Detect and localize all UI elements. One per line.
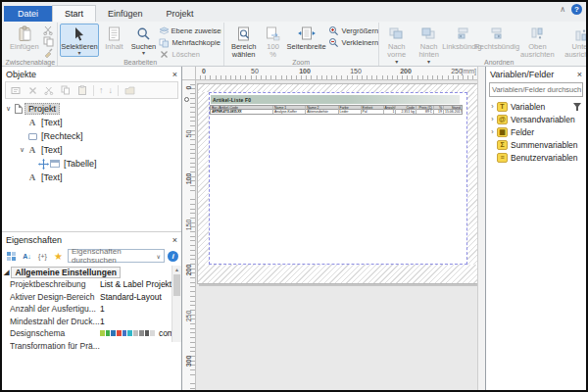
combo-caret-icon[interactable]: ∨ [157,253,161,260]
canvas-vertical-scrollbar[interactable] [477,67,485,390]
sum-variables-icon: Σ [497,140,508,150]
align-left-icon [455,25,469,42]
multicopy-button[interactable]: Mehrfachkopie [159,37,221,48]
property-grid: ◢ Allgemeine Einstellungen Projektbeschr… [2,266,181,352]
multicopy-icon [159,38,171,48]
content-button[interactable]: Inhalt [99,24,128,53]
variables-panel: Variablen/Felder × Variablen/Felder durc… [485,67,586,390]
tree-item-text[interactable]: A [Text] [4,116,179,129]
expression-icon[interactable]: {+} [36,250,49,263]
paste-button[interactable]: Einfügen [6,24,43,53]
group-icon[interactable] [123,85,135,95]
tree-item-summenvariablen[interactable]: Σ Summenvariablen [488,138,584,151]
tree-item-tabelle[interactable]: [Tabelle] [4,157,179,171]
tree-item-projekt[interactable]: ∨ Projekt [4,102,179,116]
group-bearbeiten: Selektieren ▾ Inhalt Suchen ▾ [58,23,224,66]
help-icon[interactable]: ? [571,4,582,15]
tree-item-text2[interactable]: ∨ A [Text] [4,143,179,157]
chevron-down-icon: ▾ [142,51,145,55]
zoom-100-button[interactable]: 100 % [262,24,285,62]
horizontal-ruler: 0 50 100 150 200 250 [mm] [196,67,477,80]
combo-caret-icon[interactable]: ∨ [581,86,583,93]
align-right-button[interactable]: Rechtsbündig [478,24,515,53]
project-icon [13,104,24,115]
group-label-bearbeiten: Bearbeiten [58,59,223,66]
search-button[interactable]: Suchen ▾ [128,24,158,57]
copy-icon[interactable] [60,85,72,95]
document-icon [108,25,121,42]
ruler-unit-label: [mm] [461,68,476,74]
align-bottom-icon [575,25,588,42]
prop-row-transformation[interactable]: Transformation für Prä... [2,340,181,353]
scroll-up-icon[interactable]: ▴ [175,267,178,272]
expander-icon[interactable]: ∨ [4,105,13,113]
info-icon[interactable]: i [168,251,178,262]
zoom-region-button[interactable]: Bereich wählen [226,24,262,62]
group-label-anordnen: Anordnen [379,59,588,66]
align-bottom-button[interactable]: Unten ausrichten [560,24,588,62]
sort-az-icon[interactable]: A↓ [21,250,33,263]
align-left-button[interactable]: Linksbündig [445,24,478,53]
cut-icon[interactable] [43,85,55,95]
zoom-out-button[interactable]: Verkleinern [328,37,379,48]
page-width-button[interactable]: Seitenbreite [285,24,328,53]
select-button[interactable]: Selektieren ▾ [60,24,100,57]
ribbon-tab-row: Datei Start Einfügen Projekt ∧ ? [2,2,586,22]
tree-item-text3[interactable]: A [Text] [4,171,179,184]
table-object-icon [49,159,61,170]
expander-icon[interactable]: ∨ [18,146,26,154]
tree-item-variablen[interactable]: › T Variablen [488,100,584,113]
prop-row-design-bereich[interactable]: Aktiver Design-BereichStandard-Layout [2,291,181,304]
fields-icon: ▦ [497,127,508,137]
ribbon-collapse-icon[interactable]: ∧ [560,5,565,14]
cut-icon[interactable] [43,25,55,35]
prop-row-designschema[interactable]: Designschema com... [2,327,181,340]
categorized-view-icon[interactable] [5,250,18,263]
copy-icon[interactable] [43,36,55,46]
align-top-button[interactable]: Oben ausrichten [515,24,560,62]
close-icon[interactable]: × [172,235,177,245]
tree-item-versandvariablen[interactable]: › @ Versandvariablen [488,113,584,125]
format-painter-icon[interactable] [43,47,55,57]
close-icon[interactable]: × [577,70,582,79]
report-table-object[interactable]: Bar-/Artikel-CodeName 1Name 2FarbeEinhei… [210,105,463,115]
tab-start[interactable]: Start [52,5,96,22]
prop-row-projektbeschreibung[interactable]: ProjektbeschreibungList & Label Projektd… [2,278,181,291]
report-title-object[interactable]: Artikel-Liste F0 [211,95,460,104]
move-down-icon[interactable]: ↓ [109,85,114,95]
variables-search-input[interactable]: Variablen/Felder durchsuch ∨ [489,82,583,97]
tree-item-benutzervariablen[interactable]: ≡ Benutzervariablen [488,151,584,164]
align-top-icon [531,25,544,42]
variables-icon: T [497,102,508,112]
tree-item-felder[interactable]: › ▦ Felder [488,125,584,138]
text-object-icon: A [26,118,38,128]
rename-icon[interactable] [10,85,22,95]
section-allgemeine-einstellungen[interactable]: ◢ Allgemeine Einstellungen [2,266,181,278]
properties-search-input[interactable]: Eigenschaften durchsuchen ∨ [68,249,165,263]
filter-funnel-icon[interactable] [572,102,582,112]
tab-datei[interactable]: Datei [4,6,52,22]
shipping-variables-icon: @ [497,115,508,124]
designschema-swatches: com... [100,328,181,338]
favorites-star-icon[interactable]: ★ [52,250,65,263]
design-canvas: 0 50 100 150 200 250 [mm] 0 50 100 150 2… [182,67,485,390]
layers-icon [159,26,170,36]
page-scroll-area[interactable]: Artikel-Liste F0 Bar-/Artikel-CodeName 1… [196,80,477,390]
paste-icon[interactable] [76,85,88,95]
prop-row-ausfertigungen[interactable]: Anzahl der Ausfertigu...1 [2,303,181,316]
delete-x-icon[interactable] [26,85,38,95]
clipboard-icon [17,25,32,42]
tree-item-rechteck[interactable]: [Rechteck] [4,129,179,143]
search-icon [136,25,151,42]
properties-scrollbar[interactable]: ▴ [172,266,181,342]
report-page[interactable]: Artikel-Liste F0 Bar-/Artikel-CodeName 1… [197,83,477,284]
move-up-icon[interactable]: ↑ [99,85,104,95]
zoom-in-button[interactable]: Vergrößern [328,25,379,36]
tab-einfuegen[interactable]: Einfügen [96,6,155,22]
section-collapse-icon: ◢ [4,269,9,276]
assign-layer-button[interactable]: Ebene zuweisen▾ [159,25,221,36]
close-icon[interactable]: × [172,70,177,79]
bring-front-icon [389,25,404,42]
tab-projekt[interactable]: Projekt [155,6,206,22]
prop-row-mindestzahl[interactable]: Mindestzahl der Druck...1 [2,316,181,328]
